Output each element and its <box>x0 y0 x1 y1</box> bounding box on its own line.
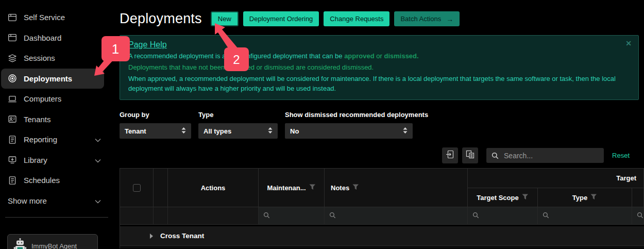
show-dismissed-filter: Show dismissed recommended deployments N… <box>285 111 428 139</box>
sidebar-item-label: Sessions <box>24 54 55 62</box>
table-row[interactable]: Cross Tenant <box>120 226 644 246</box>
filter-cell-target-scope[interactable] <box>468 207 538 225</box>
column-chooser-icon <box>466 150 474 161</box>
type-filter: Type All types <box>198 111 278 139</box>
export-icon <box>446 150 454 161</box>
sidebar-item-label: Schedules <box>24 176 60 185</box>
annotation-number-1: 1 <box>112 41 119 57</box>
sidebar-item-label: Dashboard <box>24 34 61 42</box>
sort-arrows-icon <box>181 127 186 135</box>
target-group-header: Target <box>468 169 644 188</box>
page-title: Deployments <box>120 11 202 27</box>
sidebar-item-schedules[interactable]: Schedules <box>1 170 104 191</box>
group-by-select[interactable]: Tenant <box>120 123 191 139</box>
search-input[interactable] <box>486 148 604 163</box>
schedule-icon <box>8 176 17 185</box>
filter-cell-notes[interactable] <box>325 207 468 225</box>
page-help-link[interactable]: Page Help <box>128 40 167 49</box>
chevron-down-icon <box>95 196 101 205</box>
select-all-checkbox[interactable] <box>133 184 141 192</box>
select-all-cell <box>120 169 154 207</box>
type-select[interactable]: All types <box>198 123 278 139</box>
sidebar-item-show-more[interactable]: Show more <box>1 191 104 211</box>
filter-funnel-icon[interactable] <box>522 194 529 202</box>
search-icon <box>263 211 270 221</box>
title-row: Deployments New Deployment Ordering Chan… <box>120 11 644 27</box>
sidebar-item-label: Deployments <box>24 74 72 83</box>
batch-actions-button[interactable]: Batch Actions→ <box>394 11 460 26</box>
sidebar-item-label: Self Service <box>24 13 65 22</box>
search-icon <box>637 211 643 221</box>
window-icon <box>8 13 17 22</box>
chevron-down-icon <box>95 135 101 144</box>
sidebar-item-label: Show more <box>8 196 47 205</box>
sidebar-item-dashboard[interactable]: Dashboard <box>1 28 104 48</box>
help-line-1: A recommended deployment is a pre-config… <box>128 51 630 61</box>
column-chooser-button[interactable] <box>462 147 478 163</box>
show-dismissed-select[interactable]: No <box>285 123 413 139</box>
maintenance-column-header: Maintenan... <box>259 169 325 207</box>
sidebar-item-computers[interactable]: Computers <box>1 89 104 109</box>
reset-link[interactable]: Reset <box>612 152 630 159</box>
filter-funnel-icon[interactable] <box>352 184 359 192</box>
actions-column-header: Actions <box>168 169 259 207</box>
library-icon <box>8 155 17 164</box>
window-icon <box>8 33 17 42</box>
group-by-label: Group by <box>120 111 191 119</box>
table-bottom-partial-row <box>120 246 644 248</box>
sidebar-item-library[interactable]: Library <box>1 150 104 171</box>
sidebar: Self Service Dashboard Sessions Deployme… <box>0 0 111 249</box>
filter-cell-select <box>120 207 154 225</box>
sidebar-item-label: Reporting <box>24 135 57 144</box>
chevron-down-icon <box>95 156 101 164</box>
action-buttons: New Deployment Ordering Change Requests … <box>211 11 460 26</box>
sort-arrows-icon <box>268 127 273 135</box>
search-icon <box>543 211 549 221</box>
filter-funnel-icon[interactable] <box>590 194 597 202</box>
partial-column-header <box>632 188 644 207</box>
filter-cell-maintenance[interactable] <box>259 207 325 225</box>
filter-cell-partial[interactable] <box>632 207 644 225</box>
expander-column-header <box>154 169 168 207</box>
target-type-column-header: Type <box>538 188 632 207</box>
laptop-icon <box>8 94 17 104</box>
new-button[interactable]: New <box>211 11 239 26</box>
sort-arrows-icon <box>403 127 408 135</box>
report-icon <box>8 135 17 144</box>
deployments-page: Self Service Dashboard Sessions Deployme… <box>0 0 644 249</box>
filter-cell-type[interactable] <box>538 207 632 225</box>
group-row-label: Cross Tenant <box>160 232 204 240</box>
sidebar-item-reporting[interactable]: Reporting <box>1 129 104 150</box>
agent-label: ImmyBot Agent <box>31 242 77 249</box>
filter-funnel-icon[interactable] <box>309 184 316 192</box>
target-icon <box>8 74 17 83</box>
target-scope-column-header: Target Scope <box>468 188 538 207</box>
filter-bar: Group by Tenant Type All types Show dism… <box>120 111 644 139</box>
sidebar-item-tenants[interactable]: Tenants <box>1 109 104 130</box>
sidebar-item-label: Computers <box>24 94 61 103</box>
deployments-table: Actions Maintenan... Notes Target Target… <box>120 168 644 248</box>
grid-toolbar: Reset <box>120 147 644 163</box>
notes-column-header: Notes <box>325 169 468 207</box>
sidebar-item-sessions[interactable]: Sessions <box>1 48 104 69</box>
sidebar-divider <box>5 217 108 218</box>
sidebar-item-label: Tenants <box>24 115 51 124</box>
layers-icon <box>8 54 17 63</box>
show-dismissed-label: Show dismissed recommended deployments <box>285 111 428 119</box>
help-line-2: Deployments that have not been approved … <box>128 62 630 72</box>
close-icon[interactable]: ✕ <box>625 39 632 47</box>
export-button[interactable] <box>442 147 458 163</box>
sidebar-item-label: Library <box>24 156 47 164</box>
search-box <box>486 148 604 163</box>
deployment-ordering-button[interactable]: Deployment Ordering <box>243 11 319 26</box>
search-icon <box>329 211 336 221</box>
expand-arrow-icon[interactable] <box>149 233 154 239</box>
sidebar-item-deployments[interactable]: Deployments <box>1 69 104 89</box>
page-help-panel: Page Help A recommended deployment is a … <box>120 35 639 100</box>
right-arrow-icon: → <box>446 15 453 23</box>
change-requests-button[interactable]: Change Requests <box>324 11 389 26</box>
immybot-agent-card[interactable]: ImmyBot Agent <box>7 234 98 249</box>
help-line-3: When approved, a recommended deployment … <box>128 74 630 93</box>
type-label: Type <box>198 111 278 119</box>
sidebar-item-self-service[interactable]: Self Service <box>1 7 104 28</box>
